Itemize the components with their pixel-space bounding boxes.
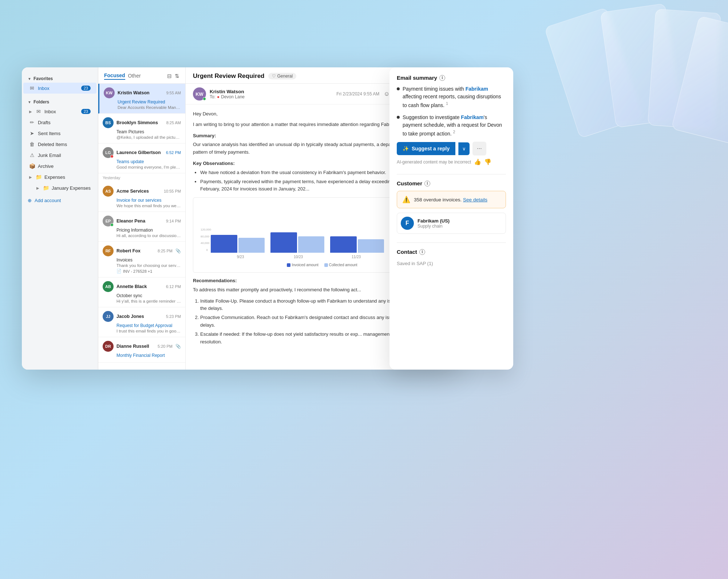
sidebar-item-expenses[interactable]: ▶ 📁 Expenses [23, 172, 96, 182]
jan-expenses-expander: ▶ [36, 186, 39, 190]
jan-expenses-icon: 📁 [43, 185, 49, 191]
filter-icon[interactable]: ⊟ [167, 73, 172, 79]
sidebar: ▼ Favorites ✉ Inbox 23 ▼ Folders ▶ ✉ Inb… [22, 67, 98, 370]
suggest-reply-btn[interactable]: ✨ Suggest a reply [397, 142, 455, 155]
sender-info: Kristin Watson To: ● Devon Lane [210, 89, 245, 99]
suggest-dropdown-btn[interactable]: ∨ [458, 142, 470, 155]
bg-card-3 [648, 9, 721, 130]
preview-6: Thank you for choosing our services.... [103, 263, 181, 268]
email-item-2[interactable]: BS Brooklyn Simmons 8:25 AM Team Picture… [98, 114, 185, 143]
time-6: 8:25 PM [158, 249, 173, 253]
company-name: Fabrikam (US) [418, 218, 450, 224]
add-account-btn[interactable]: ⊕ Add account [22, 195, 98, 206]
folders-label: Folders [33, 99, 49, 105]
bullet-dot-1 [397, 87, 400, 90]
thumbs-down-btn[interactable]: 👎 [484, 158, 491, 165]
sidebar-item-archive[interactable]: 📦 Archive [23, 161, 96, 172]
company-avatar: F [401, 217, 414, 230]
preview-7: Hi y'all, this is a gentle reminder of o… [103, 299, 181, 303]
company-info: Fabrikam (US) Supply chain [418, 218, 450, 229]
sender-laurence: Laurence Gilbertson [116, 150, 163, 155]
tab-other[interactable]: Other [128, 73, 141, 79]
email-summary-title-text: Email summary [397, 75, 437, 81]
sent-icon: ➤ [29, 130, 35, 136]
bar-invoiced-2 [270, 232, 297, 253]
contact-sub: Saved in SAP (1) [397, 259, 506, 266]
folders-chevron: ▼ [28, 100, 31, 104]
bar-invoiced-1 [211, 235, 237, 253]
bar-collected-2 [298, 236, 325, 253]
sender-online-dot [203, 97, 206, 101]
email-item-3[interactable]: LG Laurence Gilbertson 6:52 PM Teams upd… [98, 143, 185, 173]
bar-collected-1 [238, 238, 265, 253]
company-initial: F [405, 220, 409, 227]
sender-robert: Robert Fox [116, 248, 155, 253]
inbox-folder-icon: ✉ [36, 109, 41, 114]
suggest-reply-row: ✨ Suggest a reply ∨ ··· [397, 142, 506, 155]
summary-bullet-1: Payment timing issues with Fabrikam affe… [397, 85, 506, 109]
sidebar-item-drafts[interactable]: ✏ Drafts [23, 117, 96, 128]
contact-info-icon[interactable]: ℹ [419, 249, 425, 255]
time-9: 5:20 PM [158, 344, 173, 348]
legend-dot-collected [324, 263, 328, 267]
preview-2: @Keiko, I uploaded all the pictures fr..… [103, 135, 181, 139]
general-tag: ♡ General [268, 73, 297, 79]
sidebar-item-sent[interactable]: ➤ Sent Items [23, 128, 96, 139]
bg-card-2 [600, 3, 681, 128]
thumbs-up-btn[interactable]: 👍 [474, 158, 481, 165]
email-meta-sender: KW Kristin Watson To: ● Devon Lane [193, 87, 245, 101]
subject-2: Team Pictures [103, 129, 181, 134]
bullet-dot-2 [397, 116, 400, 119]
sidebar-fav-inbox-label: Inbox [38, 86, 78, 91]
email-item-7[interactable]: AB Annette Black 6:12 PM October sync Hi… [98, 277, 185, 307]
chart-y-axis: 120,00080,00040,0000 [201, 220, 208, 253]
email-item-6[interactable]: RF Robert Fox 8:25 PM 📎 Invoices Thank y… [98, 242, 185, 277]
favorites-label: Favorites [33, 76, 53, 81]
to-line: To: ● Devon Lane [210, 94, 245, 99]
favorites-section[interactable]: ▼ Favorites [22, 73, 98, 83]
customer-info-icon[interactable]: ℹ [424, 181, 430, 186]
suggest-more-btn[interactable]: ··· [472, 142, 486, 155]
email-item-1[interactable]: KW Kristin Watson 9:55 AM Urgent Review … [98, 84, 185, 114]
email-item-5[interactable]: EP Eleanor Pena 9:14 PM Pricing Informat… [98, 212, 185, 242]
email-summary-title: Email summary ℹ [397, 75, 506, 81]
email-summary-info-icon[interactable]: ℹ [439, 75, 445, 81]
tab-focused[interactable]: Focused [104, 72, 125, 80]
sidebar-item-deleted[interactable]: 🗑 Deleted Items [23, 139, 96, 150]
legend-dot-invoiced [287, 263, 290, 267]
ai-disclaimer: AI-generated content may be incorrect 👍 … [397, 158, 506, 165]
bg-card-4 [671, 16, 728, 145]
subject-9: Monthly Financial Report [103, 353, 181, 358]
bar-invoiced-3 [330, 236, 357, 253]
sidebar-item-jan-expenses[interactable]: ▶ 📁 January Expenses [23, 182, 96, 193]
date-divider: Yesterday [98, 173, 185, 182]
sidebar-item-junk[interactable]: ⚠ Junk Email [23, 150, 96, 161]
bar-group-1 [211, 235, 265, 253]
bar-collected-3 [358, 239, 384, 253]
online-dot-red [110, 155, 114, 158]
junk-icon: ⚠ [29, 152, 35, 158]
company-card[interactable]: F Fabrikam (US) Supply chain [397, 213, 506, 234]
avatar-jj: JJ [103, 311, 114, 322]
folders-section[interactable]: ▼ Folders [22, 96, 98, 106]
to-label: To: [210, 94, 215, 99]
fabrikam-link-2[interactable]: Fabrikam [461, 114, 483, 120]
see-details-link[interactable]: See details [463, 197, 487, 202]
email-item-4[interactable]: AS Acme Services 10:55 PM Invoice for ou… [98, 182, 185, 212]
ai-disclaimer-text: AI-generated content may be incorrect [397, 159, 471, 165]
customer-title-text: Customer [397, 180, 422, 186]
avatar-as: AS [103, 186, 114, 197]
overdue-count: 358 overdue invoices. [414, 197, 462, 202]
subject-1: Urgent Review Required [104, 99, 181, 105]
email-item-8[interactable]: JJ Jacob Jones 5:23 PM Request for Budge… [98, 307, 185, 337]
email-list-icons: ⊟ ⇅ [167, 73, 179, 79]
email-item-9[interactable]: DR Dianne Russell 5:20 PM 📎 Monthly Fina… [98, 337, 185, 363]
fabrikam-link-1[interactable]: Fabrikam [466, 86, 488, 92]
bar-group-3 [330, 236, 384, 253]
chart-label-spacer [201, 254, 211, 260]
sort-icon[interactable]: ⇅ [175, 73, 179, 79]
sidebar-item-inbox[interactable]: ▶ ✉ Inbox 23 [23, 106, 96, 117]
avatar-kw: KW [104, 87, 115, 98]
sidebar-item-fav-inbox[interactable]: ✉ Inbox 23 [23, 83, 96, 94]
heart-icon: ♡ [272, 74, 276, 79]
